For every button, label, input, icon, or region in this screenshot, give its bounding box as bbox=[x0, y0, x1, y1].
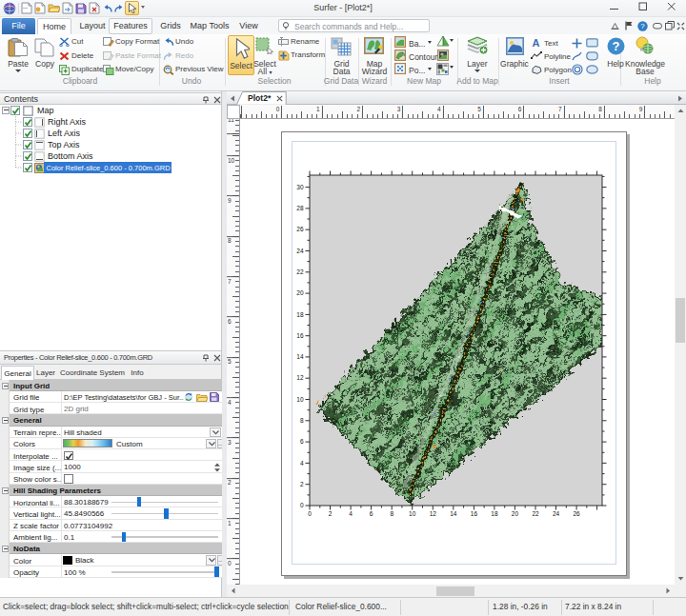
svg-text:16: 16 bbox=[471, 510, 478, 517]
svg-text:24: 24 bbox=[296, 248, 304, 254]
svg-text:10: 10 bbox=[409, 510, 416, 517]
svg-text:20: 20 bbox=[512, 510, 519, 517]
svg-text:26: 26 bbox=[296, 226, 304, 232]
svg-text:8: 8 bbox=[300, 417, 304, 424]
svg-text:12: 12 bbox=[296, 374, 304, 381]
svg-text:?: ? bbox=[613, 39, 620, 53]
svg-text:14: 14 bbox=[296, 353, 304, 360]
svg-text:18: 18 bbox=[296, 311, 304, 318]
svg-text:24: 24 bbox=[553, 510, 560, 517]
svg-text:10: 10 bbox=[296, 396, 304, 403]
svg-text:6: 6 bbox=[300, 438, 304, 445]
svg-text:4: 4 bbox=[300, 460, 304, 467]
svg-text:6: 6 bbox=[370, 510, 373, 517]
svg-text:28: 28 bbox=[296, 205, 304, 211]
svg-text:8: 8 bbox=[390, 510, 393, 517]
svg-text:16: 16 bbox=[296, 332, 304, 339]
svg-text:18: 18 bbox=[491, 510, 498, 517]
svg-text:30: 30 bbox=[296, 184, 304, 190]
svg-text:12: 12 bbox=[430, 510, 437, 517]
svg-text:2: 2 bbox=[329, 510, 333, 517]
svg-text:2: 2 bbox=[300, 481, 304, 487]
svg-text:?: ? bbox=[640, 22, 645, 30]
svg-text:0: 0 bbox=[300, 502, 304, 508]
svg-text:22: 22 bbox=[532, 510, 539, 517]
svg-text:22: 22 bbox=[296, 268, 304, 275]
svg-text:0: 0 bbox=[308, 510, 312, 517]
svg-text:26: 26 bbox=[573, 510, 580, 517]
svg-text:20: 20 bbox=[296, 289, 304, 296]
svg-text:4: 4 bbox=[349, 510, 353, 517]
svg-text:14: 14 bbox=[450, 510, 457, 517]
